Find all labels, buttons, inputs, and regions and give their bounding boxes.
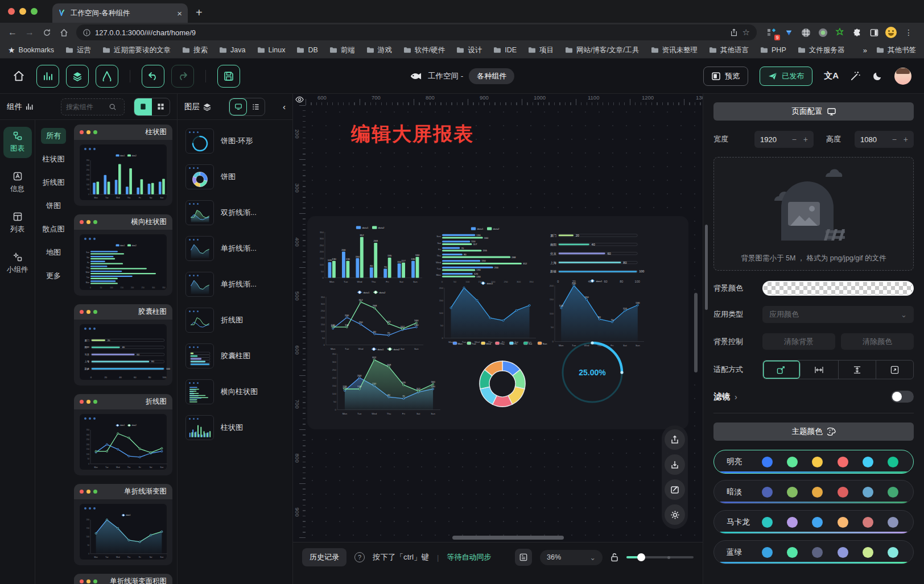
other-bookmarks[interactable]: 其他书签 (876, 45, 916, 55)
component-card[interactable]: 胶囊柱图 厦门20南阳40北京60上海80新疆100020406080100 (74, 304, 172, 386)
component-card[interactable]: 横向柱状图 050100150200250300350SunSatFriThuW… (74, 214, 172, 296)
chart-single-line[interactable]: 050100150200MonTueWedThuFriSatSundata1 (436, 280, 542, 343)
bookmark-item[interactable]: 近期需要读的文章 (102, 45, 171, 55)
bg-color-swatch[interactable] (762, 281, 914, 296)
sidebar-tab-0[interactable]: 图表 (3, 127, 32, 158)
component-card[interactable]: 单折线渐变面积图 050100150200MonTueWedThuFriSatS… (74, 574, 172, 584)
layers-panel-button[interactable] (66, 65, 89, 88)
window-controls[interactable] (0, 0, 43, 23)
horizontal-scrollbar[interactable] (452, 536, 564, 540)
chart-capsule[interactable]: 厦门20南阳40北京60上海80新疆100020406080100 (546, 226, 649, 283)
fit-height-button[interactable] (839, 361, 876, 379)
bookmark-item[interactable]: IDE (493, 46, 517, 54)
fit-width-button[interactable] (801, 361, 838, 379)
theme-row[interactable]: 蓝绿 (713, 540, 914, 564)
home-icon[interactable] (56, 24, 72, 40)
category-item[interactable]: 折线图 (38, 175, 70, 190)
sidebar-tab-3[interactable]: 小组件 (3, 248, 32, 279)
sidebar-tab-1[interactable]: 信息 (3, 167, 32, 198)
vertical-scrollbar[interactable] (694, 293, 698, 372)
extension-star-icon[interactable] (834, 27, 845, 38)
minimize-window-button[interactable] (19, 8, 26, 15)
list-view-button[interactable] (247, 98, 265, 115)
bookmark-item[interactable]: 前端 (329, 45, 355, 55)
component-card[interactable]: 柱状图 050100150200250300350MonTueWedThuFri… (74, 125, 172, 206)
magic-wand-icon[interactable] (850, 71, 861, 81)
config-panel-scrollbar[interactable] (705, 225, 708, 310)
layer-item[interactable]: 单折线渐... (183, 233, 287, 264)
chevron-right-icon[interactable]: › (735, 392, 737, 401)
theme-row[interactable]: 马卡龙 (713, 510, 914, 534)
minus-icon[interactable]: − (792, 135, 797, 144)
chart-donut[interactable]: MonTueWedThuFriSatSun (451, 340, 554, 420)
fit-auto-button[interactable] (763, 361, 801, 379)
bookmark-item[interactable]: 资讯未整理 (651, 45, 698, 55)
language-icon[interactable]: 文A (824, 71, 839, 81)
design-canvas[interactable]: 6007008009001000110012001300 20030040050… (293, 94, 703, 542)
component-card[interactable]: 单折线渐变图 050100150200MonTueWedThuFriSatSun… (74, 484, 172, 565)
category-item[interactable]: 地图 (41, 245, 66, 260)
browser-tab[interactable]: 工作空间-各种组件 × (52, 3, 188, 23)
category-item[interactable]: 柱状图 (38, 151, 70, 167)
save-button[interactable] (217, 65, 240, 88)
chart-line[interactable]: 050100150200250300350MonTueWedThuFriSatS… (317, 289, 429, 350)
category-item[interactable]: 饼图 (41, 198, 66, 214)
app-home-icon[interactable] (13, 70, 25, 82)
side-panel-icon[interactable] (868, 27, 880, 38)
url-text[interactable]: 127.0.0.1:3000/#/chart/home/9 (95, 28, 725, 37)
bookmark-item[interactable]: Java (219, 46, 245, 54)
layer-item[interactable]: 双折线渐... (183, 197, 287, 228)
extension-grid-icon[interactable]: 9 (766, 27, 777, 38)
site-info-icon[interactable] (83, 29, 90, 36)
layer-item[interactable]: 横向柱状图 (183, 376, 287, 407)
maximize-window-button[interactable] (31, 8, 38, 15)
share-icon[interactable] (730, 28, 738, 36)
sidebar-tab-2[interactable]: 列表 (3, 208, 32, 239)
bookmark-item[interactable]: 搜索 (182, 45, 208, 55)
theme-row[interactable]: 暗淡 (713, 480, 914, 504)
bookmark-item[interactable]: DB (296, 46, 317, 54)
back-icon[interactable]: ← (5, 24, 20, 40)
details-panel-button[interactable] (96, 65, 118, 88)
thumbnail-view-button[interactable] (229, 98, 247, 115)
extension-cmd-icon[interactable] (800, 27, 811, 38)
bookmark-item[interactable]: 软件/硬件 (403, 45, 445, 55)
bookmarks-root[interactable]: ★Bookmarks (8, 45, 54, 55)
extension-gem-icon[interactable] (783, 27, 794, 38)
layer-item[interactable]: 折线图 (183, 305, 287, 336)
workspace-name-pill[interactable]: 各种组件 (469, 68, 514, 84)
extensions-puzzle-icon[interactable] (851, 27, 863, 38)
layer-item[interactable]: 柱状图 (183, 412, 287, 443)
user-avatar[interactable] (894, 68, 911, 85)
dashboard-panel[interactable]: 050100150200250300350MonTueWedThuFriSatS… (307, 216, 688, 429)
lock-icon[interactable] (610, 553, 618, 562)
bookmark-item[interactable]: 设计 (456, 45, 482, 55)
component-card[interactable]: 折线图 050100150200250300350MonTueWedThuFri… (74, 394, 172, 475)
bookmark-item[interactable]: 游戏 (366, 45, 392, 55)
fit-stretch-button[interactable] (876, 361, 913, 379)
grid-view-button[interactable] (152, 98, 170, 115)
settings-gear-icon[interactable] (665, 504, 685, 525)
clear-color-button[interactable]: 清除颜色 (841, 333, 914, 350)
chart-double-line-area[interactable]: 050100150200250300350MonTueWedThuFriSatS… (329, 346, 446, 415)
layer-item[interactable]: 单折线渐... (183, 269, 287, 300)
undo-button[interactable] (142, 65, 164, 88)
bookmark-item[interactable]: PHP (760, 46, 786, 54)
bookmark-item[interactable]: 网站/博客/文章/工具 (565, 45, 639, 55)
history-panel-icon[interactable] (515, 549, 532, 566)
collapse-panel-icon[interactable]: ‹ (283, 102, 286, 111)
dark-mode-moon-icon[interactable] (872, 71, 883, 81)
minus-icon[interactable]: − (892, 135, 897, 144)
height-stepper[interactable]: 1080−+ (855, 131, 914, 148)
close-window-button[interactable] (8, 8, 15, 15)
layer-item[interactable]: 饼图 (183, 161, 287, 192)
import-icon[interactable] (665, 454, 685, 475)
single-view-button[interactable] (134, 98, 152, 115)
tab-close-icon[interactable]: × (177, 9, 182, 18)
bookmark-item[interactable]: 文件服务器 (798, 45, 845, 55)
plus-icon[interactable]: + (803, 135, 808, 144)
bookmark-item[interactable]: Linux (257, 46, 286, 54)
zoom-select[interactable]: 36%⌄ (540, 550, 603, 565)
zoom-slider[interactable] (626, 553, 694, 561)
layer-item[interactable]: 胶囊柱图 (183, 341, 287, 371)
